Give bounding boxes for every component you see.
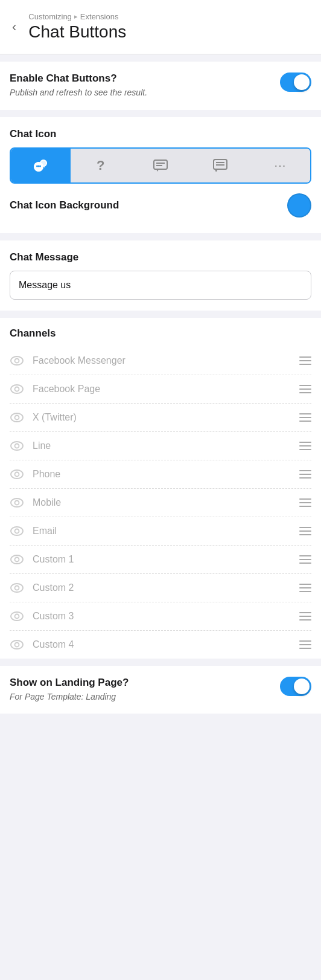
drag-handle-icon[interactable] xyxy=(299,498,311,507)
show-on-landing-section: Show on Landing Page? For Page Template:… xyxy=(0,666,321,714)
drag-handle-icon[interactable] xyxy=(299,470,311,479)
channel-left: Custom 4 xyxy=(10,639,74,650)
svg-point-25 xyxy=(11,413,23,422)
eye-icon xyxy=(10,469,24,479)
drag-handle-icon[interactable] xyxy=(299,527,311,535)
message-icon xyxy=(152,157,169,174)
list-item[interactable]: X (Twitter) xyxy=(10,404,311,432)
chat-message-section: Chat Message xyxy=(0,240,321,311)
channel-left: Line xyxy=(10,440,51,451)
breadcrumb-arrow-icon: ▸ xyxy=(74,13,78,21)
svg-point-28 xyxy=(15,443,19,448)
list-item[interactable]: Facebook Messenger xyxy=(10,347,311,375)
svg-rect-13 xyxy=(154,160,167,169)
chat-bubble-icon xyxy=(33,157,49,174)
show-on-landing-sublabel: For Page Template: Landing xyxy=(10,691,129,703)
chat-icon-background-color[interactable] xyxy=(287,193,311,218)
svg-marker-16 xyxy=(156,169,159,172)
channels-label: Channels xyxy=(10,327,311,340)
chat-icon-option-3[interactable] xyxy=(191,149,250,182)
channel-name: Custom 2 xyxy=(33,582,74,593)
list-item[interactable]: Custom 3 xyxy=(10,602,311,631)
eye-icon xyxy=(10,583,24,593)
channel-name: Facebook Page xyxy=(33,384,100,395)
chat-icon-option-4[interactable]: ··· xyxy=(250,149,310,182)
drag-handle-icon[interactable] xyxy=(299,385,311,393)
chat-message-input[interactable] xyxy=(10,271,311,300)
eye-icon xyxy=(10,441,24,451)
chat-icon-option-0[interactable] xyxy=(11,149,71,182)
channel-name: Email xyxy=(33,526,57,537)
drag-handle-icon[interactable] xyxy=(299,612,311,621)
drag-handle-icon[interactable] xyxy=(299,356,311,365)
list-item[interactable]: Line xyxy=(10,432,311,460)
enable-chat-toggle-track[interactable] xyxy=(280,73,311,92)
channel-name: Custom 3 xyxy=(33,611,74,622)
svg-point-24 xyxy=(15,387,19,391)
svg-point-21 xyxy=(11,356,23,365)
chat-icon-section: Chat Icon xyxy=(0,117,321,233)
enable-chat-toggle-knob xyxy=(294,74,310,90)
chat-icon-background-label: Chat Icon Background xyxy=(10,199,119,211)
svg-point-40 xyxy=(15,614,19,618)
drag-handle-icon[interactable] xyxy=(299,584,311,592)
list-item[interactable]: Phone xyxy=(10,460,311,489)
svg-point-27 xyxy=(11,442,23,450)
breadcrumb: Customizing ▸ Extensions xyxy=(28,12,126,21)
channel-left: Custom 1 xyxy=(10,554,74,565)
svg-point-38 xyxy=(15,585,19,590)
svg-point-34 xyxy=(15,529,19,533)
list-item[interactable]: Facebook Page xyxy=(10,375,311,404)
chat-icon-background-row: Chat Icon Background xyxy=(10,184,311,222)
enable-chat-text: Enable Chat Buttons? Publish and refresh… xyxy=(10,73,147,99)
svg-marker-9 xyxy=(43,166,45,168)
enable-chat-sublabel: Publish and refresh to see the result. xyxy=(10,87,147,99)
chat-icon-option-1[interactable]: ? xyxy=(71,149,130,182)
enable-chat-label: Enable Chat Buttons? xyxy=(10,73,147,85)
svg-point-42 xyxy=(15,642,19,646)
svg-point-35 xyxy=(11,555,23,564)
channel-name: Custom 1 xyxy=(33,554,74,565)
svg-point-29 xyxy=(11,470,23,479)
channel-left: Phone xyxy=(10,469,60,480)
eye-icon xyxy=(10,640,24,650)
svg-point-30 xyxy=(15,472,19,476)
eye-icon xyxy=(10,356,24,366)
svg-point-37 xyxy=(11,584,23,592)
drag-handle-icon[interactable] xyxy=(299,442,311,450)
channel-left: Facebook Page xyxy=(10,384,100,395)
show-on-landing-toggle-track[interactable] xyxy=(280,677,311,696)
eye-icon xyxy=(10,526,24,536)
channel-left: Mobile xyxy=(10,497,61,508)
breadcrumb-part1: Customizing xyxy=(28,12,72,21)
list-item[interactable]: Custom 2 xyxy=(10,574,311,602)
list-item[interactable]: Mobile xyxy=(10,489,311,517)
enable-chat-toggle[interactable] xyxy=(280,73,311,92)
channel-name: Line xyxy=(33,440,51,451)
list-item[interactable]: Custom 4 xyxy=(10,631,311,659)
channel-left: Email xyxy=(10,526,57,537)
svg-marker-20 xyxy=(215,169,218,172)
svg-point-22 xyxy=(15,358,19,363)
show-on-landing-toggle-knob xyxy=(294,679,310,694)
list-item[interactable]: Custom 1 xyxy=(10,546,311,574)
drag-handle-icon[interactable] xyxy=(299,555,311,564)
drag-handle-icon[interactable] xyxy=(299,413,311,422)
svg-point-41 xyxy=(11,640,23,649)
drag-handle-icon[interactable] xyxy=(299,640,311,649)
chat-icon-selector: ? ··· xyxy=(10,147,311,184)
show-on-landing-text: Show on Landing Page? For Page Template:… xyxy=(10,677,129,703)
eye-icon xyxy=(10,611,24,621)
chat-icon-label: Chat Icon xyxy=(10,128,311,140)
question-icon: ? xyxy=(97,158,104,173)
svg-rect-17 xyxy=(214,160,227,169)
list-item[interactable]: Email xyxy=(10,517,311,546)
back-button[interactable]: ‹ xyxy=(7,17,21,37)
enable-chat-section: Enable Chat Buttons? Publish and refresh… xyxy=(0,62,321,110)
svg-point-32 xyxy=(15,500,19,505)
channel-left: X (Twitter) xyxy=(10,412,77,423)
show-on-landing-toggle[interactable] xyxy=(280,677,311,696)
chat-icon-option-2[interactable] xyxy=(130,149,190,182)
channel-name: Custom 4 xyxy=(33,639,74,650)
svg-point-23 xyxy=(11,385,23,393)
